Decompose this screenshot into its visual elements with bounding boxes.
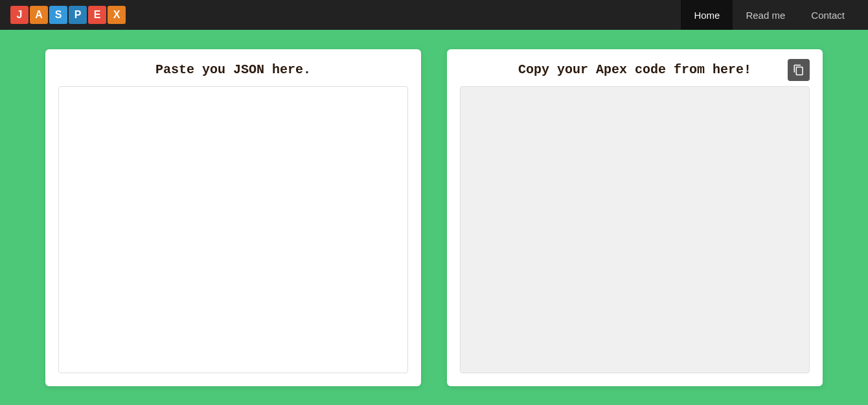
copy-icon xyxy=(793,64,805,76)
json-textarea[interactable] xyxy=(58,86,408,373)
logo-letter-s: S xyxy=(49,6,67,24)
logo-letter-a: A xyxy=(30,6,48,24)
nav-link-contact[interactable]: Contact xyxy=(798,0,858,30)
json-panel-title: Paste you JSON here. xyxy=(58,62,408,77)
nav-link-home[interactable]: Home xyxy=(681,0,733,30)
logo-letter-x: X xyxy=(108,6,126,24)
main-content: Paste you JSON here. Copy your Apex code… xyxy=(0,30,868,405)
apex-textarea[interactable] xyxy=(460,86,810,373)
nav-link-readme[interactable]: Read me xyxy=(733,0,798,30)
nav-links: Home Read me Contact xyxy=(681,0,858,30)
copy-button[interactable] xyxy=(788,59,810,81)
apex-panel-header: Copy your Apex code from here! xyxy=(460,62,810,77)
logo-letter-j: J xyxy=(10,6,29,24)
json-input-panel: Paste you JSON here. xyxy=(45,49,421,386)
navbar: J A S P E X Home Read me Contact xyxy=(0,0,868,30)
apex-panel-title: Copy your Apex code from here! xyxy=(518,62,751,77)
apex-output-panel: Copy your Apex code from here! xyxy=(447,49,823,386)
logo-letter-p: P xyxy=(69,6,87,24)
logo: J A S P E X xyxy=(10,6,126,24)
logo-letter-e: E xyxy=(88,6,106,24)
